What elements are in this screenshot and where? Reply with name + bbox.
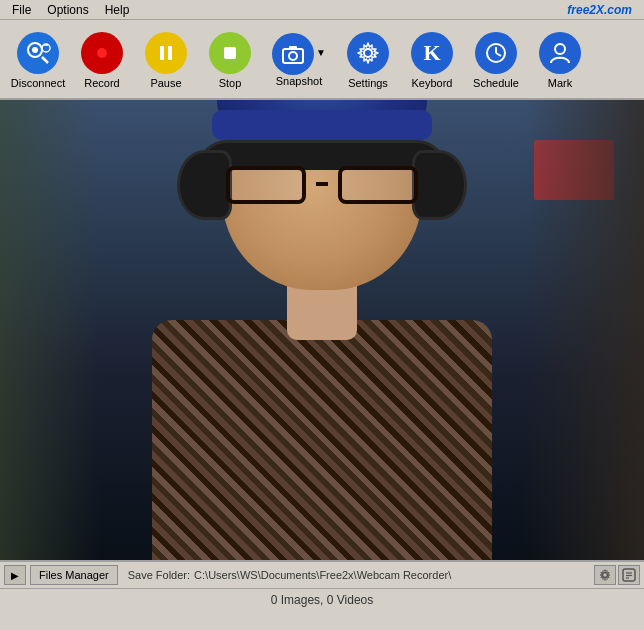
- keyboard-button[interactable]: K Keybord: [402, 24, 462, 94]
- save-folder-path: C:\Users\WS\Documents\Free2x\Webcam Reco…: [194, 569, 451, 581]
- settings-status-button[interactable]: [594, 565, 616, 585]
- snapshot-dropdown-arrow[interactable]: ▼: [316, 47, 326, 58]
- webcam-feed: [0, 100, 644, 560]
- beanie-brim: [212, 110, 432, 140]
- bg-right: [524, 100, 644, 560]
- record-button[interactable]: Record: [72, 24, 132, 94]
- pause-icon: [145, 32, 187, 74]
- svg-rect-9: [224, 47, 236, 59]
- keyboard-label: Keybord: [412, 77, 453, 89]
- mark-label: Mark: [548, 77, 572, 89]
- svg-line-17: [496, 53, 501, 56]
- glasses-bridge: [316, 182, 328, 188]
- settings-button[interactable]: Settings: [338, 24, 398, 94]
- headphone-left: [177, 150, 232, 220]
- svg-point-13: [364, 49, 372, 57]
- files-manager-button[interactable]: Files Manager: [30, 565, 118, 585]
- menu-file[interactable]: File: [4, 2, 39, 18]
- disconnect-icon: [17, 32, 59, 74]
- keyboard-icon: K: [411, 32, 453, 74]
- pause-button[interactable]: Pause: [136, 24, 196, 94]
- snapshot-label: Snapshot: [276, 75, 322, 87]
- glasses-left: [226, 166, 306, 204]
- info-text: 0 Images, 0 Videos: [271, 593, 374, 607]
- statusbar: ▶ Files Manager Save Folder: C:\Users\WS…: [0, 560, 644, 588]
- menubar: File Options Help free2X.com: [0, 0, 644, 20]
- stop-label: Stop: [219, 77, 242, 89]
- svg-point-18: [555, 44, 565, 54]
- record-icon: [81, 32, 123, 74]
- play-button[interactable]: ▶: [4, 565, 26, 585]
- menu-options[interactable]: Options: [39, 2, 96, 18]
- schedule-icon: [475, 32, 517, 74]
- snapshot-button[interactable]: ▼ Snapshot: [264, 24, 334, 94]
- brand-label: free2X.com: [559, 2, 640, 18]
- headphone-right: [412, 150, 467, 220]
- menu-help[interactable]: Help: [97, 2, 138, 18]
- svg-text:K: K: [423, 40, 440, 65]
- svg-point-1: [32, 47, 38, 53]
- schedule-button[interactable]: Schedule: [466, 24, 526, 94]
- pause-label: Pause: [150, 77, 181, 89]
- save-folder-label: Save Folder:: [128, 569, 190, 581]
- person-shirt: [152, 320, 492, 560]
- svg-point-6: [97, 48, 107, 58]
- statusbar-icons: [594, 565, 640, 585]
- svg-rect-12: [289, 46, 297, 50]
- mark-button[interactable]: Mark: [530, 24, 590, 94]
- record-label: Record: [84, 77, 119, 89]
- stop-icon: [209, 32, 251, 74]
- settings-icon: [347, 32, 389, 74]
- bg-left: [0, 100, 100, 560]
- video-area: [0, 100, 644, 560]
- mark-icon: [539, 32, 581, 74]
- settings-label: Settings: [348, 77, 388, 89]
- svg-point-19: [603, 573, 608, 578]
- svg-rect-7: [160, 46, 164, 60]
- snapshot-icon: [272, 33, 314, 75]
- svg-rect-8: [168, 46, 172, 60]
- toolbar: Disconnect Record Pause Stop: [0, 20, 644, 100]
- schedule-label: Schedule: [473, 77, 519, 89]
- svg-point-11: [289, 52, 297, 60]
- stop-button[interactable]: Stop: [200, 24, 260, 94]
- glasses-right: [338, 166, 418, 204]
- files-manager-label: Files Manager: [39, 569, 109, 581]
- disconnect-label: Disconnect: [11, 77, 65, 89]
- svg-line-2: [42, 57, 48, 63]
- info-status-button[interactable]: [618, 565, 640, 585]
- disconnect-button[interactable]: Disconnect: [8, 24, 68, 94]
- infobar: 0 Images, 0 Videos: [0, 588, 644, 610]
